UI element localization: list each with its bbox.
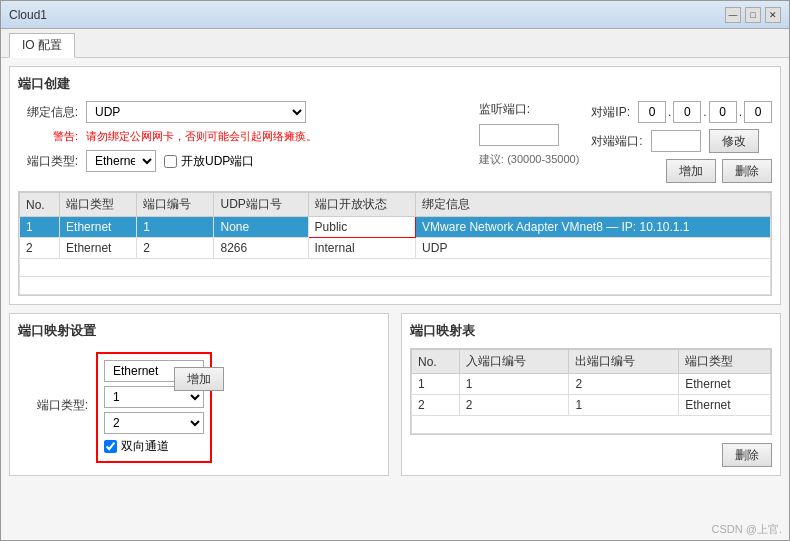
cell-type: Ethernet: [60, 238, 137, 259]
bidirectional-checkbox[interactable]: [104, 440, 117, 453]
col-udp-port: UDP端口号: [214, 193, 308, 217]
close-button[interactable]: ✕: [765, 7, 781, 23]
cell-port-no: 1: [137, 217, 214, 238]
mapping-add-row: 增加: [18, 367, 380, 391]
modify-button[interactable]: 修改: [709, 129, 759, 153]
map-col-in: 入端口编号: [459, 350, 569, 374]
port-type-select[interactable]: Ethernet Serial PPP: [86, 150, 156, 172]
map-cell-no: 2: [412, 395, 460, 416]
map-cell-type: Ethernet: [679, 374, 771, 395]
map-col-type: 端口类型: [679, 350, 771, 374]
main-window: Cloud1 — □ ✕ IO 配置 端口创建 绑定信息: UDP: [0, 0, 790, 541]
tab-io-config[interactable]: IO 配置: [9, 33, 75, 58]
cell-bind-info: VMware Network Adapter VMnet8 — IP: 10.1…: [416, 217, 771, 238]
mapping-table: No. 入端口编号 出端口编号 端口类型 1 1 2 Ether: [411, 349, 771, 434]
cell-udp-port: 8266: [214, 238, 308, 259]
right-config: 监听端口: 30000 建议: (30000-35000) 对端: [479, 101, 772, 183]
suggest-text: (30000-35000): [507, 153, 579, 165]
cell-port-no: 2: [137, 238, 214, 259]
ip-input-group: . . .: [638, 101, 772, 123]
table-row-empty: [20, 277, 771, 295]
table-row[interactable]: 2 Ethernet 2 8266 Internal UDP: [20, 238, 771, 259]
mapping-out-port-select[interactable]: 1 2 3: [104, 412, 204, 434]
table-row[interactable]: 2 2 1 Ethernet: [412, 395, 771, 416]
port-type-label: 端口类型:: [18, 153, 78, 170]
tab-bar: IO 配置: [1, 29, 789, 58]
listen-port-row: 监听端口:: [479, 101, 580, 118]
del-port-button[interactable]: 删除: [722, 159, 772, 183]
map-col-out: 出端口编号: [569, 350, 679, 374]
bind-select[interactable]: UDP TCP None: [86, 101, 306, 123]
remote-ip-row: 对端IP: . . .: [591, 101, 772, 123]
mapping-table-title: 端口映射表: [410, 322, 772, 340]
cell-bind-info: UDP: [416, 238, 771, 259]
mapping-add-button[interactable]: 增加: [174, 367, 224, 391]
remote-port-row: 对端端口: 0 修改: [591, 129, 772, 153]
mapping-settings-title: 端口映射设置: [18, 322, 380, 340]
map-cell-type: Ethernet: [679, 395, 771, 416]
col-type: 端口类型: [60, 193, 137, 217]
suggest-label: 建议:: [479, 153, 504, 165]
bidirectional-label: 双向通道: [121, 438, 169, 455]
open-udp-checkbox[interactable]: [164, 155, 177, 168]
window-title: Cloud1: [9, 8, 725, 22]
minimize-button[interactable]: —: [725, 7, 741, 23]
ip-part-1[interactable]: [638, 101, 666, 123]
table-row-empty: [20, 259, 771, 277]
mapping-out-port-row: 1 2 3: [104, 412, 204, 434]
cell-status: Public: [308, 217, 416, 238]
open-udp-checkbox-label[interactable]: 开放UDP端口: [164, 153, 254, 170]
mapping-port-type-label: 端口类型:: [18, 397, 88, 414]
map-cell-out: 2: [569, 374, 679, 395]
port-table-container: No. 端口类型 端口编号 UDP端口号 端口开放状态 绑定信息 1 Ether…: [18, 191, 772, 296]
suggest-area: 建议: (30000-35000): [479, 152, 580, 167]
ip-part-4[interactable]: [744, 101, 772, 123]
listen-port-input[interactable]: 30000: [479, 124, 559, 146]
mapping-settings-section: 端口映射设置 端口类型: Ethernet Serial: [9, 313, 389, 476]
warning-row: 警告: 请勿绑定公网网卡，否则可能会引起网络瘫痪。: [18, 129, 463, 144]
ip-part-3[interactable]: [709, 101, 737, 123]
cell-udp-port: None: [214, 217, 308, 238]
listen-area: 监听端口: 30000 建议: (30000-35000): [479, 101, 580, 183]
col-status: 端口开放状态: [308, 193, 416, 217]
map-cell-out: 1: [569, 395, 679, 416]
remote-port-input[interactable]: 0: [651, 130, 701, 152]
cell-no: 2: [20, 238, 60, 259]
mapping-del-row: 删除: [410, 443, 772, 467]
port-type-row: 端口类型: Ethernet Serial PPP 开放UDP端口: [18, 150, 463, 172]
table-row-empty: [412, 416, 771, 434]
watermark: CSDN @上官.: [712, 522, 782, 537]
remote-area: 对端IP: . . . 对端: [591, 101, 772, 183]
bind-info-row: 绑定信息: UDP TCP None: [18, 101, 463, 123]
port-table: No. 端口类型 端口编号 UDP端口号 端口开放状态 绑定信息 1 Ether…: [19, 192, 771, 295]
remote-port-label: 对端端口:: [591, 133, 642, 150]
table-row[interactable]: 1 Ethernet 1 None Public VMware Network …: [20, 217, 771, 238]
col-bind-info: 绑定信息: [416, 193, 771, 217]
ip-part-2[interactable]: [673, 101, 701, 123]
mapping-table-section: 端口映射表 No. 入端口编号 出端口编号 端口类型: [401, 313, 781, 476]
maximize-button[interactable]: □: [745, 7, 761, 23]
mapping-table-container: No. 入端口编号 出端口编号 端口类型 1 1 2 Ether: [410, 348, 772, 435]
add-port-button[interactable]: 增加: [666, 159, 716, 183]
port-creation-form: 绑定信息: UDP TCP None 警告: 请勿绑定公网网卡，否则可能会引起网…: [18, 101, 463, 183]
remote-ip-label: 对端IP:: [591, 104, 630, 121]
content-area: 端口创建 绑定信息: UDP TCP None: [1, 58, 789, 540]
listen-port-label: 监听端口:: [479, 101, 530, 118]
window-controls: — □ ✕: [725, 7, 781, 23]
mapping-port-type-row: 端口类型: Ethernet Serial 1 2: [18, 348, 380, 463]
warning-label: 警告:: [18, 129, 78, 144]
bind-label: 绑定信息:: [18, 104, 78, 121]
add-del-row: 增加 删除: [591, 159, 772, 183]
listen-port-input-row: 30000: [479, 124, 580, 146]
cell-no: 1: [20, 217, 60, 238]
port-creation-title: 端口创建: [18, 75, 772, 93]
title-bar: Cloud1 — □ ✕: [1, 1, 789, 29]
bottom-area: 端口映射设置 端口类型: Ethernet Serial: [9, 313, 781, 476]
table-row[interactable]: 1 1 2 Ethernet: [412, 374, 771, 395]
cell-status: Internal: [308, 238, 416, 259]
mapping-del-button[interactable]: 删除: [722, 443, 772, 467]
map-cell-in: 2: [459, 395, 569, 416]
port-creation-section: 端口创建 绑定信息: UDP TCP None: [9, 66, 781, 305]
bidirectional-checkbox-label[interactable]: 双向通道: [104, 438, 204, 455]
warning-text: 请勿绑定公网网卡，否则可能会引起网络瘫痪。: [86, 129, 317, 144]
